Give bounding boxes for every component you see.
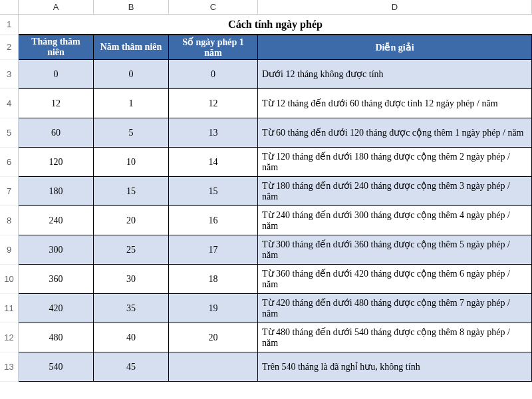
col-header-B[interactable]: B xyxy=(94,0,169,14)
cell[interactable]: 420 xyxy=(19,294,94,323)
table-row: 11 420 35 19 Từ 420 tháng đến dưới 480 t… xyxy=(0,294,532,323)
table-row: 4 12 1 12 Từ 12 tháng đến dưới 60 tháng … xyxy=(0,89,532,118)
cell[interactable]: 14 xyxy=(169,148,258,177)
col-header-A[interactable]: A xyxy=(19,0,94,14)
cell[interactable]: 540 xyxy=(19,352,94,382)
cell[interactable]: 0 xyxy=(169,60,258,89)
column-headers-row: A B C D xyxy=(0,0,532,15)
row-header-8[interactable]: 8 xyxy=(0,206,19,235)
header-cell-D[interactable]: Diễn giải xyxy=(258,35,532,60)
table-row: 10 360 30 18 Từ 360 tháng đến dưới 420 t… xyxy=(0,265,532,294)
cell[interactable]: Từ 480 tháng đến dưới 540 tháng được cộn… xyxy=(258,323,532,352)
cell[interactable]: 12 xyxy=(19,89,94,118)
cell[interactable]: 20 xyxy=(169,323,258,352)
spreadsheet: A B C D 1 Cách tính ngày phép 2 Tháng th… xyxy=(0,0,532,399)
cell[interactable]: 360 xyxy=(19,265,94,294)
cell[interactable]: 180 xyxy=(19,177,94,206)
table-header-row: 2 Tháng thâm niên Năm thâm niên Số ngày … xyxy=(0,35,532,60)
cell[interactable]: Từ 360 tháng đến dưới 420 tháng được cộn… xyxy=(258,265,532,294)
select-all-corner[interactable] xyxy=(0,0,19,14)
col-header-D[interactable]: D xyxy=(258,0,532,14)
header-cell-B[interactable]: Năm thâm niên xyxy=(94,35,169,60)
cell[interactable]: 18 xyxy=(169,265,258,294)
row-header-5[interactable]: 5 xyxy=(0,118,19,148)
cell[interactable]: 16 xyxy=(169,206,258,235)
cell[interactable]: 25 xyxy=(94,235,169,265)
row-header-2[interactable]: 2 xyxy=(0,35,19,60)
cell[interactable]: 60 xyxy=(19,118,94,148)
cell[interactable]: 15 xyxy=(94,177,169,206)
table-row: 3 0 0 0 Dưới 12 tháng không được tính xyxy=(0,60,532,89)
table-row: 8 240 20 16 Từ 240 tháng đến dưới 300 th… xyxy=(0,206,532,235)
table-row: 12 480 40 20 Từ 480 tháng đến dưới 540 t… xyxy=(0,323,532,352)
cell[interactable]: 0 xyxy=(94,60,169,89)
row-header-11[interactable]: 11 xyxy=(0,294,19,323)
cell[interactable]: 120 xyxy=(19,148,94,177)
cell[interactable]: 12 xyxy=(169,89,258,118)
cell[interactable]: 40 xyxy=(94,323,169,352)
row-header-6[interactable]: 6 xyxy=(0,148,19,177)
table-row: 5 60 5 13 Từ 60 tháng đến dưới 120 tháng… xyxy=(0,118,532,148)
header-cell-C[interactable]: Số ngày phép 1 năm xyxy=(169,35,258,60)
title-row: 1 Cách tính ngày phép xyxy=(0,15,532,35)
cell[interactable]: 35 xyxy=(94,294,169,323)
cell[interactable]: Từ 180 tháng đến dưới 240 tháng được cộn… xyxy=(258,177,532,206)
row-header-3[interactable]: 3 xyxy=(0,60,19,89)
cell[interactable]: 240 xyxy=(19,206,94,235)
table-row: 9 300 25 17 Từ 300 tháng đến dưới 360 th… xyxy=(0,235,532,265)
row-header-7[interactable]: 7 xyxy=(0,177,19,206)
cell[interactable]: Trên 540 tháng là đã nghỉ hưu, không tín… xyxy=(258,352,532,382)
cell[interactable]: Từ 300 tháng đến dưới 360 tháng được cộn… xyxy=(258,235,532,265)
row-header-13[interactable]: 13 xyxy=(0,352,19,382)
cell[interactable]: 10 xyxy=(94,148,169,177)
table-row: 6 120 10 14 Từ 120 tháng đến dưới 180 th… xyxy=(0,148,532,177)
cell[interactable]: 30 xyxy=(94,265,169,294)
cell[interactable]: Từ 420 tháng đến dưới 480 tháng được cộn… xyxy=(258,294,532,323)
cell[interactable]: 480 xyxy=(19,323,94,352)
cell[interactable]: 17 xyxy=(169,235,258,265)
cell[interactable]: 300 xyxy=(19,235,94,265)
cell[interactable]: 1 xyxy=(94,89,169,118)
cell[interactable]: 19 xyxy=(169,294,258,323)
header-cell-A[interactable]: Tháng thâm niên xyxy=(19,35,94,60)
cell[interactable]: Từ 60 tháng đến dưới 120 tháng được cộng… xyxy=(258,118,532,148)
col-header-C[interactable]: C xyxy=(169,0,258,14)
row-header-1[interactable]: 1 xyxy=(0,15,19,35)
cell[interactable]: 13 xyxy=(169,118,258,148)
cell[interactable]: 45 xyxy=(94,352,169,382)
cell[interactable]: 20 xyxy=(94,206,169,235)
row-header-4[interactable]: 4 xyxy=(0,89,19,118)
row-header-12[interactable]: 12 xyxy=(0,323,19,352)
row-header-10[interactable]: 10 xyxy=(0,265,19,294)
cell[interactable]: 15 xyxy=(169,177,258,206)
cell[interactable]: 0 xyxy=(19,60,94,89)
grid-body: 1 Cách tính ngày phép 2 Tháng thâm niên … xyxy=(0,15,532,382)
title-cell[interactable]: Cách tính ngày phép xyxy=(19,15,532,35)
row-header-9[interactable]: 9 xyxy=(0,235,19,265)
table-row: 13 540 45 Trên 540 tháng là đã nghỉ hưu,… xyxy=(0,352,532,382)
cell[interactable]: 5 xyxy=(94,118,169,148)
cell[interactable] xyxy=(169,352,258,382)
table-row: 7 180 15 15 Từ 180 tháng đến dưới 240 th… xyxy=(0,177,532,206)
cell[interactable]: Từ 240 tháng đến dưới 300 tháng được cộn… xyxy=(258,206,532,235)
cell[interactable]: Từ 12 tháng đến dưới 60 tháng được tính … xyxy=(258,89,532,118)
cell[interactable]: Từ 120 tháng đến dưới 180 tháng được cộn… xyxy=(258,148,532,177)
cell[interactable]: Dưới 12 tháng không được tính xyxy=(258,60,532,89)
